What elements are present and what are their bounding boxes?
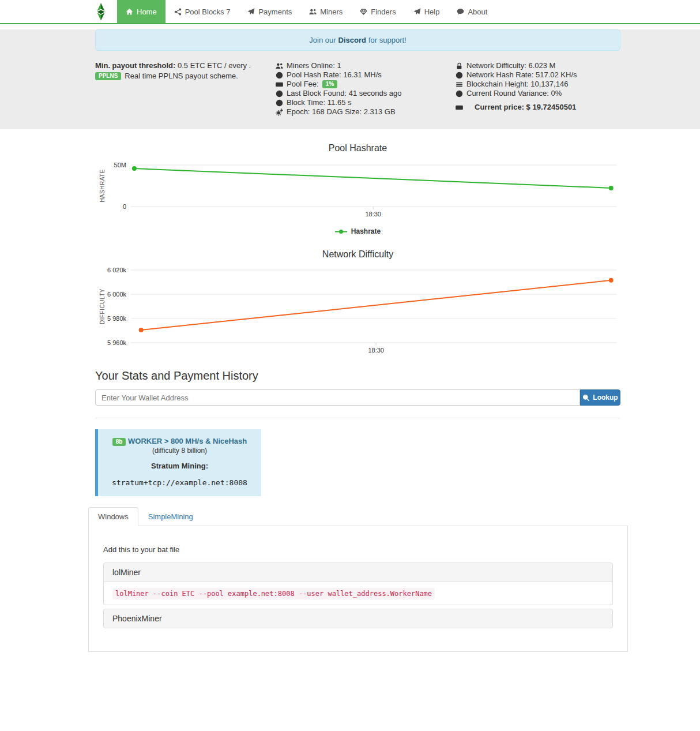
legend-marker-icon bbox=[335, 229, 348, 234]
stat-pool-fee: Pool Fee: 1% bbox=[276, 80, 456, 89]
chart-title: Network Difficulty bbox=[95, 249, 620, 260]
svg-text:0: 0 bbox=[123, 203, 126, 210]
stat-miners-online: Miners Online: 1 bbox=[276, 61, 456, 70]
chart-title: Pool Hashrate bbox=[95, 143, 620, 153]
nav-item-help[interactable]: Help bbox=[405, 0, 449, 23]
stat-current-price: Current price: $ 19.72450501 bbox=[456, 103, 620, 112]
divider bbox=[95, 418, 620, 418]
clock-icon bbox=[276, 99, 283, 107]
page-title: Your Stats and Payment History bbox=[95, 369, 620, 383]
stratum-url: stratum+tcp://example.net:8008 bbox=[103, 478, 257, 487]
stat-round-variance: Current Round Variance: 0% bbox=[456, 89, 620, 98]
payout-info-column: Min. payout threshold: 0.5 ETC ETC / eve… bbox=[95, 61, 276, 117]
nav-label: Help bbox=[424, 8, 440, 16]
hashrate-legend[interactable]: Hashrate bbox=[95, 227, 620, 235]
scheme-text: Real time PPLNS payout scheme. bbox=[125, 72, 238, 81]
search-icon bbox=[582, 394, 590, 402]
navbar: Home Pool Blocks 7 Payments Miners Finde… bbox=[0, 0, 700, 24]
svg-text:6 020k: 6 020k bbox=[107, 267, 127, 273]
difficulty-badge: 8b bbox=[112, 438, 126, 446]
etc-logo[interactable] bbox=[95, 0, 107, 23]
svg-text:DIFFICULTY: DIFFICULTY bbox=[99, 288, 106, 324]
nav-label: Miners bbox=[320, 8, 343, 16]
pool-fee-badge: 1% bbox=[322, 80, 337, 88]
stat-network-hashrate: Network Hash Rate: 517.02 KH/s bbox=[456, 70, 620, 80]
accordion-header-lolminer[interactable]: lolMiner bbox=[103, 563, 613, 582]
stat-last-block: Last Block Found: 41 seconds ago bbox=[276, 89, 456, 98]
pplns-badge: PPLNS bbox=[95, 72, 121, 80]
threshold-label: Min. payout threshold: bbox=[95, 61, 175, 70]
stat-epoch: Epoch: 168 DAG Size: 2.313 GB bbox=[276, 107, 456, 117]
nav-item-finders[interactable]: Finders bbox=[351, 0, 404, 23]
stat-pool-hashrate: Pool Hash Rate: 16.31 MH/s bbox=[276, 70, 456, 80]
clock-icon bbox=[276, 90, 283, 98]
home-icon bbox=[126, 8, 133, 16]
miners-icon bbox=[309, 8, 317, 16]
bars-icon bbox=[456, 81, 463, 88]
etc-logo-icon bbox=[95, 3, 107, 21]
nav-item-payments[interactable]: Payments bbox=[239, 0, 300, 23]
stat-block-time: Block Time: 11.65 s bbox=[276, 98, 456, 107]
cogs-icon bbox=[276, 108, 283, 116]
main-content: Pool Hashrate 50M018:30HASHRATE Hashrate… bbox=[95, 143, 620, 496]
discord-link[interactable]: Discord bbox=[338, 36, 366, 44]
nav-item-pool-blocks[interactable]: Pool Blocks 7 bbox=[165, 0, 239, 23]
lookup-button[interactable]: Lookup bbox=[580, 389, 620, 406]
miner-accordion: lolMiner lolMiner --coin ETC --pool exam… bbox=[103, 563, 613, 628]
stats-section: Join ourDiscordfor support! Min. payout … bbox=[0, 29, 700, 129]
tab-content: Add this to your bat file lolMiner lolMi… bbox=[88, 526, 628, 652]
banner-text: Join our bbox=[309, 36, 336, 44]
nav-label: Finders bbox=[371, 8, 396, 16]
network-stats-column: Network Difficulty: 6.023 M Network Hash… bbox=[456, 61, 620, 117]
threshold-value: 0.5 ETC ETC / every . bbox=[178, 61, 251, 70]
clock-icon bbox=[456, 90, 463, 98]
gauge-icon bbox=[456, 72, 463, 79]
svg-text:HASHRATE: HASHRATE bbox=[99, 169, 106, 203]
accordion-body-lolminer: lolMiner --coin ETC --pool example.net:8… bbox=[103, 582, 613, 605]
about-icon bbox=[457, 8, 464, 16]
svg-text:50M: 50M bbox=[114, 162, 126, 168]
blocks-icon bbox=[174, 8, 182, 16]
nav-item-miners[interactable]: Miners bbox=[300, 0, 351, 23]
svg-text:5 960k: 5 960k bbox=[107, 339, 127, 346]
pool-hashrate-chart: Pool Hashrate 50M018:30HASHRATE Hashrate bbox=[95, 143, 620, 235]
svg-text:6 000k: 6 000k bbox=[107, 291, 127, 298]
pool-hashrate-plot: 50M018:30HASHRATE bbox=[95, 155, 620, 225]
stratum-subtitle: (difficulty 8 billion) bbox=[103, 447, 257, 455]
svg-text:5 980k: 5 980k bbox=[107, 315, 127, 322]
network-difficulty-chart: Network Difficulty 6 020k6 000k5 980k5 9… bbox=[95, 249, 620, 360]
help-icon bbox=[413, 8, 421, 16]
discord-banner: Join ourDiscordfor support! bbox=[95, 29, 620, 51]
pool-stats-column: Miners Online: 1 Pool Hash Rate: 16.31 M… bbox=[276, 61, 456, 117]
lolminer-command: lolMiner --coin ETC --pool example.net:8… bbox=[112, 588, 435, 599]
nav-label: Pool Blocks 7 bbox=[185, 8, 231, 16]
nav-label: Payments bbox=[258, 8, 292, 16]
stratum-info-box: 8b WORKER > 800 MH/s & NiceHash (difficu… bbox=[95, 429, 261, 496]
accordion-header-phoenixminer[interactable]: PhoenixMiner bbox=[103, 609, 613, 628]
nav-item-about[interactable]: About bbox=[448, 0, 496, 23]
legend-label: Hashrate bbox=[351, 227, 381, 235]
stratum-section-label: Stratum Mining: bbox=[103, 462, 257, 470]
svg-text:18:30: 18:30 bbox=[365, 211, 381, 218]
tab-bar: Windows SimpleMining bbox=[88, 507, 628, 526]
banknote-icon bbox=[276, 81, 283, 88]
payments-icon bbox=[247, 8, 255, 16]
bat-file-intro: Add this to your bat file bbox=[103, 545, 613, 554]
nav-item-home[interactable]: Home bbox=[117, 0, 165, 23]
wallet-address-input[interactable] bbox=[95, 389, 580, 406]
tab-windows[interactable]: Windows bbox=[88, 507, 138, 526]
svg-text:18:30: 18:30 bbox=[368, 347, 384, 354]
stat-blockchain-height: Blockchain Height: 10,137,146 bbox=[456, 80, 620, 89]
gauge-icon bbox=[276, 72, 283, 79]
wallet-lookup: Lookup bbox=[95, 389, 620, 406]
banner-text: for support! bbox=[368, 36, 407, 44]
nav-label: Home bbox=[137, 8, 157, 16]
network-difficulty-plot: 6 020k6 000k5 980k5 960k18:30DIFFICULTY bbox=[95, 261, 620, 360]
stat-network-difficulty: Network Difficulty: 6.023 M bbox=[456, 61, 620, 70]
lock-icon bbox=[456, 62, 463, 70]
finders-icon bbox=[360, 8, 367, 16]
nav-label: About bbox=[468, 8, 487, 16]
tab-simplemining[interactable]: SimpleMining bbox=[138, 507, 203, 526]
banknote-icon bbox=[456, 104, 463, 111]
stratum-title: WORKER > 800 MH/s & NiceHash bbox=[128, 437, 247, 445]
